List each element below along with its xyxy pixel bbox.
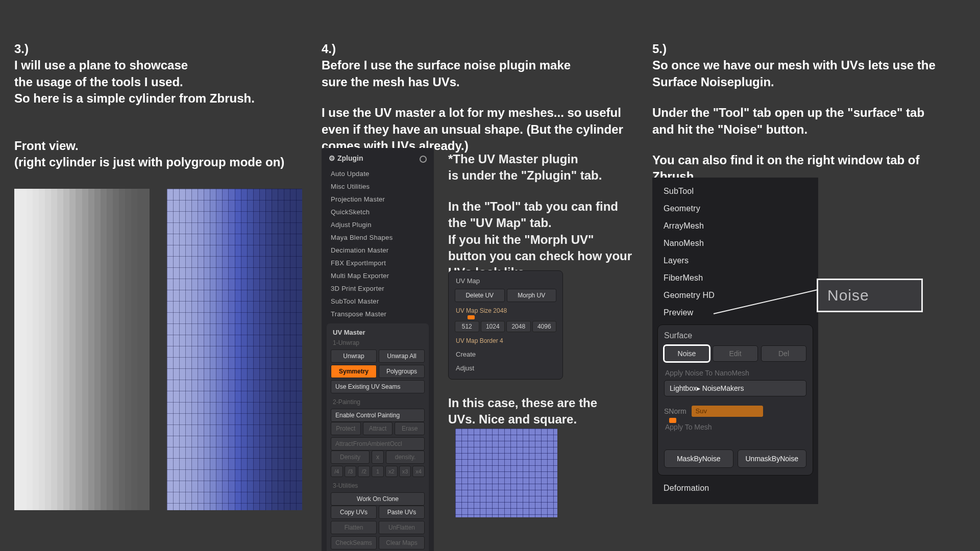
- tool-item[interactable]: Preview: [652, 304, 818, 321]
- use-existing-seams-button[interactable]: Use Existing UV Seams: [331, 380, 425, 393]
- unmask-by-noise-button[interactable]: UnmaskByNoise: [738, 449, 807, 468]
- refresh-icon[interactable]: [420, 156, 427, 163]
- erase-button[interactable]: Erase: [395, 422, 425, 435]
- line: UVs. Nice and square.: [448, 411, 632, 428]
- size-1024[interactable]: 1024: [481, 321, 505, 332]
- uv-grid-preview: [455, 429, 557, 517]
- tool-item[interactable]: Geometry: [652, 200, 818, 217]
- density-d4[interactable]: /4: [331, 466, 343, 477]
- surface-header[interactable]: Surface: [664, 331, 806, 340]
- zplugin-item[interactable]: Multi Map Exporter: [322, 269, 434, 282]
- paste-uvs-button[interactable]: Paste UVs: [379, 506, 425, 519]
- zplugin-item[interactable]: Maya Blend Shapes: [322, 231, 434, 244]
- zplugin-item[interactable]: Adjust Plugin: [322, 218, 434, 231]
- uv-map-title[interactable]: UV Map: [455, 277, 556, 285]
- cylinder-views: [14, 189, 302, 510]
- zplugin-item[interactable]: Projection Master: [322, 193, 434, 206]
- cylinder-shaded: [14, 189, 150, 510]
- uv-map-panel: UV Map Delete UV Morph UV UV Map Size 20…: [448, 270, 563, 380]
- copy-uvs-button[interactable]: Copy UVs: [331, 506, 377, 519]
- lightbox-noisemakers-button[interactable]: Lightbox▸ NoiseMakers: [664, 380, 806, 396]
- uv-master-header[interactable]: UV Master: [331, 329, 425, 339]
- attract-button[interactable]: Attract: [363, 422, 393, 435]
- density-d2[interactable]: /2: [358, 466, 370, 477]
- uv-result-note: In this case, these are the UVs. Nice an…: [448, 395, 632, 428]
- unwrap-all-button[interactable]: Unwrap All: [379, 349, 425, 363]
- tool-item[interactable]: Layers: [652, 252, 818, 269]
- apply-to-mesh-label[interactable]: Apply To Mesh: [664, 420, 806, 434]
- uv-adjust[interactable]: Adjust: [455, 364, 556, 372]
- check-seams-button[interactable]: CheckSeams: [331, 536, 377, 549]
- zplugin-item[interactable]: Decimation Master: [322, 244, 434, 257]
- step-num: 3.): [14, 41, 300, 57]
- line: In the "Tool" tab you can find: [448, 198, 647, 215]
- tool-item[interactable]: NanoMesh: [652, 235, 818, 252]
- tool-item[interactable]: SubTool: [652, 183, 818, 200]
- slider-knob-icon[interactable]: [468, 315, 475, 319]
- suv-slider[interactable]: Suv: [692, 406, 763, 417]
- mask-by-noise-button[interactable]: MaskByNoise: [664, 449, 733, 468]
- step-num: 5.): [652, 41, 948, 57]
- delete-uv-button[interactable]: Delete UV: [455, 289, 505, 302]
- step-3-text: 3.) I will use a plane to showcase the u…: [14, 41, 300, 170]
- tool-item[interactable]: FiberMesh: [652, 269, 818, 287]
- zplugin-panel: ⚙ Zplugin Auto UpdateMisc UtilitiesProje…: [322, 148, 434, 551]
- density-d3[interactable]: /3: [345, 466, 357, 477]
- size-512[interactable]: 512: [455, 321, 479, 332]
- tool-item[interactable]: ArrayMesh: [652, 217, 818, 235]
- suv-label: Suv: [696, 407, 707, 415]
- tool-item-deformation[interactable]: Deformation: [652, 480, 818, 497]
- work-on-clone-button[interactable]: Work On Clone: [331, 492, 425, 506]
- size-2048[interactable]: 2048: [506, 321, 531, 332]
- noise-button[interactable]: Noise: [664, 345, 709, 362]
- line: button you can check how your: [448, 248, 647, 264]
- line: (right cylinder is just with polygroup m…: [14, 154, 300, 170]
- density-1[interactable]: 1: [372, 466, 384, 477]
- apply-nanomesh-label[interactable]: Apply Noise To NanoMesh: [664, 366, 806, 380]
- density-x2[interactable]: x2: [385, 466, 398, 477]
- edit-button[interactable]: Edit: [713, 345, 758, 362]
- density-label: Density: [331, 450, 370, 464]
- unwrap-button[interactable]: Unwrap: [331, 349, 377, 363]
- protect-button[interactable]: Protect: [331, 422, 361, 435]
- group-painting: 2-Painting: [331, 398, 425, 409]
- size-4096[interactable]: 4096: [532, 321, 557, 332]
- unflatten-button[interactable]: UnFlatten: [379, 521, 425, 534]
- line: the "UV Map" tab.: [448, 215, 647, 231]
- group-unwrap: 1-Unwrap: [331, 339, 425, 349]
- density-val: density.: [386, 450, 425, 464]
- line: So here is a simple cylinder from Zbrush…: [14, 90, 300, 107]
- cylinder-polygroup: [167, 189, 302, 510]
- flatten-button[interactable]: Flatten: [331, 521, 377, 534]
- zplugin-item[interactable]: Misc Utilities: [322, 180, 434, 193]
- uv-map-size-label: UV Map Size 2048: [456, 307, 555, 314]
- symmetry-button[interactable]: Symmetry: [331, 365, 377, 378]
- line: Under the "Tool" tab open up the "surfac…: [652, 105, 948, 121]
- line: I will use a plane to showcase: [14, 57, 300, 73]
- polygroups-button[interactable]: Polygroups: [379, 365, 425, 378]
- density-x3[interactable]: x3: [399, 466, 411, 477]
- zplugin-item[interactable]: Auto Update: [322, 167, 434, 180]
- zplugin-item[interactable]: Transpose Master: [322, 308, 434, 320]
- morph-uv-button[interactable]: Morph UV: [507, 289, 557, 302]
- line: is under the "Zplugin" tab.: [448, 167, 647, 184]
- line: and hit the "Noise" button.: [652, 121, 948, 138]
- uv-master-note: *The UV Master plugin is under the "Zplu…: [448, 151, 647, 281]
- line: Front view.: [14, 138, 300, 154]
- density-x4[interactable]: x4: [412, 466, 425, 477]
- step-4-text: 4.) Before I use the surface noise plugi…: [322, 41, 633, 154]
- del-button[interactable]: Del: [761, 345, 806, 362]
- line: even if they have an unsual shape. (But …: [322, 121, 633, 138]
- uv-create[interactable]: Create: [455, 350, 556, 358]
- slider-knob-icon[interactable]: [669, 418, 676, 423]
- zplugin-item[interactable]: QuickSketch: [322, 206, 434, 218]
- clear-maps-button[interactable]: Clear Maps: [379, 536, 425, 549]
- zplugin-item[interactable]: 3D Print Exporter: [322, 282, 434, 295]
- enable-control-painting-button[interactable]: Enable Control Painting: [331, 409, 425, 422]
- zplugin-item[interactable]: SubTool Master: [322, 295, 434, 308]
- noise-callout: Noise: [817, 279, 923, 312]
- zplugin-item[interactable]: FBX ExportImport: [322, 257, 434, 269]
- attract-ao-button[interactable]: AttractFromAmbientOccl: [331, 437, 425, 450]
- uv-master-subpanel: UV Master 1-Unwrap Unwrap Unwrap All Sym…: [327, 323, 429, 551]
- density-x: x: [372, 450, 384, 464]
